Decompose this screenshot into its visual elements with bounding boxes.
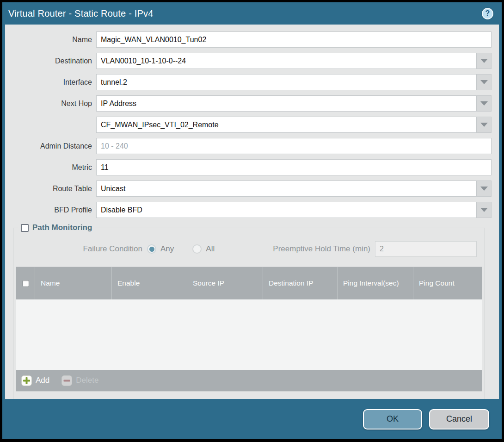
- destination-dropdown-button[interactable]: [477, 53, 492, 69]
- destination-label: Destination: [5, 57, 96, 65]
- next-hop-label: Next Hop: [5, 100, 96, 108]
- chevron-down-icon: [480, 80, 488, 84]
- cancel-button[interactable]: Cancel: [429, 409, 489, 430]
- name-label: Name: [5, 36, 96, 44]
- route-table-input[interactable]: [96, 181, 477, 197]
- preemptive-hold-time-label: Preemptive Hold Time (min): [233, 244, 375, 254]
- bfd-profile-input[interactable]: [96, 202, 477, 218]
- name-row: Name: [5, 31, 492, 48]
- select-all-column: [16, 267, 35, 299]
- metric-input[interactable]: [96, 159, 492, 175]
- bfd-profile-label: BFD Profile: [5, 206, 96, 214]
- failure-condition-any-radio[interactable]: Any: [147, 244, 174, 254]
- path-monitoring-section: Path Monitoring Failure Condition Any Al…: [13, 223, 485, 399]
- next-hop-type-input[interactable]: [96, 95, 477, 112]
- admin-distance-label: Admin Distance: [5, 142, 96, 150]
- next-hop-address-row: [5, 117, 492, 133]
- interface-label: Interface: [5, 78, 96, 87]
- path-monitoring-legend: Path Monitoring: [18, 223, 95, 232]
- path-monitoring-title: Path Monitoring: [32, 223, 92, 232]
- failure-condition-all-radio[interactable]: All: [192, 244, 215, 254]
- preemptive-hold-time-input[interactable]: [375, 241, 477, 257]
- name-input[interactable]: [96, 31, 492, 48]
- interface-row: Interface: [5, 74, 492, 90]
- metric-row: Metric: [5, 159, 492, 175]
- column-header-source-ip[interactable]: Source IP: [187, 267, 263, 299]
- add-button-label: Add: [36, 376, 49, 385]
- delete-button-label: Delete: [76, 376, 98, 385]
- chevron-down-icon: [480, 208, 488, 212]
- route-table-label: Route Table: [5, 185, 96, 193]
- radio-all-label: All: [206, 244, 215, 254]
- bfd-profile-dropdown-button[interactable]: [477, 202, 492, 218]
- next-hop-row: Next Hop: [5, 95, 492, 112]
- table-body-empty: [16, 299, 482, 370]
- static-route-dialog: Virtual Router - Static Route - IPv4 ? N…: [2, 2, 502, 439]
- column-header-ping-count[interactable]: Ping Count: [413, 267, 482, 299]
- radio-any-label: Any: [160, 244, 174, 254]
- chevron-down-icon: [480, 59, 488, 63]
- admin-distance-row: Admin Distance: [5, 138, 492, 154]
- interface-input[interactable]: [96, 74, 477, 90]
- bfd-profile-row: BFD Profile: [5, 202, 492, 218]
- table-toolbar: Add Delete: [16, 370, 482, 391]
- interface-dropdown-button[interactable]: [477, 74, 492, 90]
- chevron-down-icon: [480, 123, 488, 127]
- failure-condition-row: Failure Condition Any All Preemptive Hol…: [15, 241, 483, 257]
- column-header-name[interactable]: Name: [35, 267, 111, 299]
- dialog-body: Name Destination Interface: [5, 25, 499, 399]
- route-table-dropdown-button[interactable]: [477, 181, 492, 197]
- next-hop-address-input[interactable]: [96, 117, 477, 133]
- metric-label: Metric: [5, 163, 96, 172]
- column-header-ping-interval[interactable]: Ping Interval(sec): [337, 267, 413, 299]
- radio-icon: [192, 244, 202, 254]
- plus-icon: [21, 375, 32, 386]
- path-monitoring-table: Name Enable Source IP Destination IP Pin…: [16, 267, 482, 392]
- dialog-footer: OK Cancel: [2, 399, 502, 439]
- delete-button[interactable]: Delete: [61, 375, 98, 386]
- destination-row: Destination: [5, 53, 492, 69]
- dialog-title: Virtual Router - Static Route - IPv4: [8, 8, 482, 19]
- minus-icon: [61, 375, 72, 386]
- column-header-enable[interactable]: Enable: [111, 267, 187, 299]
- chevron-down-icon: [480, 101, 488, 106]
- chevron-down-icon: [480, 187, 488, 191]
- route-table-row: Route Table: [5, 181, 492, 197]
- admin-distance-input[interactable]: [96, 138, 492, 154]
- radio-icon: [147, 244, 156, 254]
- destination-input[interactable]: [96, 53, 477, 69]
- add-button[interactable]: Add: [21, 375, 49, 386]
- failure-condition-label: Failure Condition: [15, 244, 147, 254]
- column-header-destination-ip[interactable]: Destination IP: [263, 267, 337, 299]
- next-hop-type-dropdown-button[interactable]: [477, 95, 492, 112]
- next-hop-address-dropdown-button[interactable]: [477, 117, 492, 133]
- help-icon[interactable]: ?: [482, 8, 493, 19]
- ok-button[interactable]: OK: [363, 409, 422, 430]
- dialog-titlebar: Virtual Router - Static Route - IPv4 ?: [2, 2, 502, 25]
- path-monitoring-checkbox[interactable]: [21, 224, 29, 232]
- select-all-checkbox[interactable]: [22, 280, 29, 287]
- table-header-row: Name Enable Source IP Destination IP Pin…: [16, 267, 482, 299]
